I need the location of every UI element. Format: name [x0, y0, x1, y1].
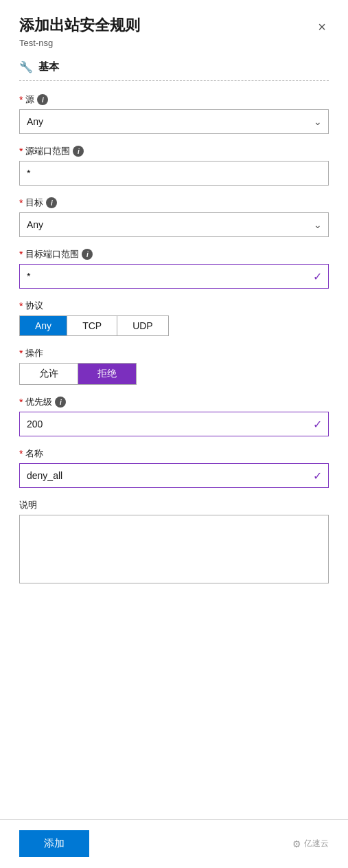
protocol-udp-button[interactable]: UDP — [117, 316, 168, 335]
action-allow-button[interactable]: 允许 — [20, 364, 78, 384]
description-field-group: 说明 — [19, 499, 329, 586]
destination-select-wrapper: Any IP Addresses Service Tag Application… — [19, 212, 329, 237]
description-label-text: 说明 — [19, 499, 37, 511]
protocol-field-group: * 协议 Any TCP UDP — [19, 300, 329, 336]
priority-label-text: 优先级 — [25, 396, 52, 408]
source-label-text: 源 — [25, 93, 34, 106]
dest-port-label-text: 目标端口范围 — [25, 248, 79, 260]
action-deny-button[interactable]: 拒绝 — [78, 364, 136, 384]
action-label: * 操作 — [19, 347, 329, 359]
destination-select[interactable]: Any IP Addresses Service Tag Application… — [19, 212, 329, 237]
source-port-input[interactable] — [19, 161, 329, 186]
priority-required-star: * — [19, 397, 23, 408]
source-port-label-text: 源端口范围 — [25, 145, 70, 157]
source-label: * 源 i — [19, 93, 329, 106]
protocol-toggle-group: Any TCP UDP — [19, 315, 169, 336]
destination-info-icon[interactable]: i — [46, 197, 57, 208]
source-select[interactable]: Any IP Addresses Service Tag Application… — [19, 109, 329, 134]
destination-label-text: 目标 — [25, 197, 43, 209]
dest-port-required-star: * — [19, 249, 23, 260]
destination-required-star: * — [19, 197, 23, 208]
watermark: ⚙ 亿速云 — [292, 838, 329, 849]
source-port-info-icon[interactable]: i — [73, 146, 84, 157]
action-required-star: * — [19, 348, 23, 359]
spacer — [19, 597, 329, 625]
source-port-field-group: * 源端口范围 i — [19, 145, 329, 186]
protocol-label-text: 协议 — [25, 300, 43, 312]
name-field-group: * 名称 ✓ — [19, 447, 329, 488]
priority-input[interactable] — [19, 412, 329, 436]
dest-port-label: * 目标端口范围 i — [19, 248, 329, 260]
source-port-required-star: * — [19, 146, 23, 157]
priority-input-wrapper: ✓ — [19, 412, 329, 436]
dest-port-field-group: * 目标端口范围 i ✓ — [19, 248, 329, 289]
name-label: * 名称 — [19, 447, 329, 460]
close-button[interactable]: × — [315, 18, 329, 36]
name-required-star: * — [19, 448, 23, 459]
priority-field-group: * 优先级 i ✓ — [19, 396, 329, 436]
add-button[interactable]: 添加 — [19, 830, 89, 857]
protocol-tcp-button[interactable]: TCP — [67, 316, 117, 335]
destination-field-group: * 目标 i Any IP Addresses Service Tag Appl… — [19, 197, 329, 237]
description-input[interactable] — [19, 515, 329, 583]
source-select-wrapper: Any IP Addresses Service Tag Application… — [19, 109, 329, 134]
panel-subtitle: Test-nsg — [19, 38, 329, 48]
section-divider — [19, 80, 329, 81]
watermark-icon: ⚙ — [292, 838, 301, 849]
description-label: 说明 — [19, 499, 329, 511]
source-field-group: * 源 i Any IP Addresses Service Tag Appli… — [19, 93, 329, 134]
priority-info-icon[interactable]: i — [55, 397, 66, 408]
action-label-text: 操作 — [25, 347, 43, 359]
name-input-wrapper: ✓ — [19, 463, 329, 488]
panel-header: 添加出站安全规则 × — [19, 16, 329, 36]
source-port-label: * 源端口范围 i — [19, 145, 329, 157]
dest-port-input-wrapper: ✓ — [19, 264, 329, 289]
source-port-input-wrapper — [19, 161, 329, 186]
source-info-icon[interactable]: i — [37, 94, 48, 105]
section-header: 🔧 基本 — [19, 60, 329, 74]
panel-title: 添加出站安全规则 — [19, 16, 140, 34]
protocol-any-button[interactable]: Any — [20, 316, 67, 335]
dest-port-input[interactable] — [19, 264, 329, 289]
wrench-icon: 🔧 — [19, 60, 33, 74]
section-label: 基本 — [38, 60, 59, 74]
bottom-divider — [0, 819, 348, 820]
action-field-group: * 操作 允许 拒绝 — [19, 347, 329, 385]
footer: 添加 ⚙ 亿速云 — [19, 830, 329, 857]
name-label-text: 名称 — [25, 447, 43, 460]
dest-port-info-icon[interactable]: i — [82, 249, 93, 260]
protocol-label: * 协议 — [19, 300, 329, 312]
watermark-text: 亿速云 — [304, 838, 329, 849]
destination-label: * 目标 i — [19, 197, 329, 209]
action-toggle-group: 允许 拒绝 — [19, 363, 137, 385]
panel: 添加出站安全规则 × Test-nsg 🔧 基本 * 源 i Any IP Ad… — [0, 0, 348, 868]
protocol-required-star: * — [19, 300, 23, 311]
source-required-star: * — [19, 94, 23, 105]
priority-label: * 优先级 i — [19, 396, 329, 408]
name-input[interactable] — [19, 463, 329, 488]
